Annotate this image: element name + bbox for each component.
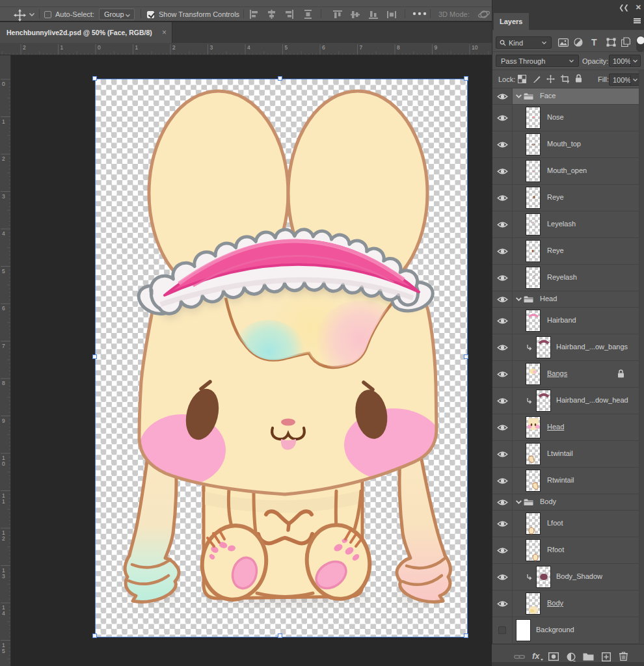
svg-text:2: 2 [23,44,26,51]
svg-text:1: 1 [2,118,5,125]
svg-text:fx: fx [532,651,540,661]
svg-text:1: 1 [135,44,139,51]
svg-text:0: 0 [2,81,5,87]
svg-text:0: 0 [98,44,101,51]
svg-text:9: 9 [435,44,438,51]
svg-text:3: 3 [2,573,5,579]
svg-text:6: 6 [322,44,325,51]
svg-text:7: 7 [2,343,5,349]
svg-text:2: 2 [2,155,5,162]
svg-text:5: 5 [285,44,288,51]
svg-text:2: 2 [172,44,176,51]
svg-text:8: 8 [2,380,5,386]
svg-text:4: 4 [2,610,5,617]
svg-text:3: 3 [2,193,5,200]
svg-text:8: 8 [397,44,400,51]
svg-text:10: 10 [472,44,478,51]
svg-text:5: 5 [2,648,5,654]
svg-text:4: 4 [2,230,5,237]
svg-text:3: 3 [210,44,213,51]
svg-text:9: 9 [2,418,5,424]
svg-text:T: T [591,38,597,46]
svg-text:1: 1 [60,44,64,51]
svg-text:5: 5 [2,268,5,274]
svg-text:2: 2 [2,535,5,542]
svg-text:1: 1 [2,498,5,505]
svg-text:6: 6 [2,305,5,312]
svg-text:4: 4 [247,44,250,51]
svg-text:7: 7 [360,44,363,51]
svg-text:0: 0 [2,460,5,467]
